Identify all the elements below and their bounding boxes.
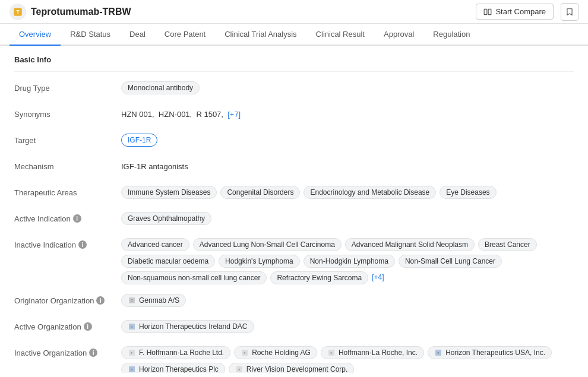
bookmark-icon xyxy=(565,8,574,16)
inactive-org-icon-2: H xyxy=(327,349,336,357)
target-tag[interactable]: IGF-1R xyxy=(121,134,157,147)
inactive-org-icon-4: H xyxy=(128,365,136,373)
inactive-ind-tag-9: Refractory Ewing Sarcoma xyxy=(270,271,368,284)
active-indication-row: Active Indication i Graves Ophthalmopath… xyxy=(14,212,574,229)
originator-org-row: Originator Organization i G Genmab A/S xyxy=(14,294,574,311)
inactive-org-row: Inactive Organization i F F. Hoffmann-La… xyxy=(14,346,574,373)
compare-icon xyxy=(483,8,492,16)
svg-text:R: R xyxy=(238,368,240,371)
inactive-indications-more-link[interactable]: [+4] xyxy=(372,271,384,283)
tab-core-patent[interactable]: Core Patent xyxy=(155,24,215,46)
active-indication-label: Active Indication i xyxy=(14,212,121,223)
inactive-org-tag-1: R Roche Holding AG xyxy=(234,346,317,359)
therapeutic-areas-value: Immune System Diseases Congenital Disord… xyxy=(121,186,574,199)
inactive-ind-tag-8: Non-squamous non-small cell lung cancer xyxy=(121,271,267,284)
inactive-org-tag-5: R River Vision Development Corp. xyxy=(229,363,355,373)
tab-clinical-result[interactable]: Clinical Result xyxy=(306,24,374,46)
inactive-org-icon-5: R xyxy=(235,365,244,373)
inactive-ind-tag-0: Advanced cancer xyxy=(121,238,189,251)
mechanism-text: IGF-1R antagonists xyxy=(121,160,188,171)
synonyms-label: Synonyms xyxy=(14,107,121,119)
inactive-ind-tag-1: Advanced Lung Non-Small Cell Carcinoma xyxy=(193,238,342,251)
tab-approval[interactable]: Approval xyxy=(374,24,423,46)
synonyms-value: HZN 001, HZN-001, R 1507, [+7] xyxy=(121,107,574,119)
active-indication-value: Graves Ophthalmopathy xyxy=(121,212,574,225)
inactive-indication-row: Inactive Indication i Advanced cancer Ad… xyxy=(14,238,574,284)
originator-org-tag: G Genmab A/S xyxy=(121,294,186,307)
tab-regulation[interactable]: Regulation xyxy=(423,24,479,46)
tab-deal[interactable]: Deal xyxy=(120,24,155,46)
target-label: Target xyxy=(14,134,121,145)
originator-org-value: G Genmab A/S xyxy=(121,294,574,307)
svg-text:R: R xyxy=(244,351,246,354)
active-indication-tag: Graves Ophthalmopathy xyxy=(121,212,211,225)
originator-org-icon: G xyxy=(128,296,136,305)
active-org-value: H Horizon Therapeutics Ireland DAC xyxy=(121,320,574,333)
svg-text:H: H xyxy=(330,351,332,354)
target-value: IGF-1R xyxy=(121,134,574,147)
inactive-ind-tag-2: Advanced Malignant Solid Neoplasm xyxy=(345,238,475,251)
inactive-indication-value: Advanced cancer Advanced Lung Non-Small … xyxy=(121,238,574,284)
svg-text:H: H xyxy=(438,351,440,354)
drug-type-row: Drug Type Monoclonal antibody xyxy=(14,81,574,98)
active-org-icon: H xyxy=(128,322,136,331)
synonyms-row: Synonyms HZN 001, HZN-001, R 1507, [+7] xyxy=(14,107,574,124)
active-org-tag: H Horizon Therapeutics Ireland DAC xyxy=(121,320,254,333)
originator-org-info-icon[interactable]: i xyxy=(96,296,105,305)
drug-title: Teprotumumab-TRBW xyxy=(31,7,131,17)
app-header: T Teprotumumab-TRBW Start Compare xyxy=(0,0,588,24)
originator-org-label: Originator Organization i xyxy=(14,294,121,305)
svg-text:G: G xyxy=(131,299,133,302)
synonyms-text: HZN 001, HZN-001, R 1507, [+7] xyxy=(121,107,241,119)
active-org-label: Active Organization i xyxy=(14,320,121,331)
inactive-indication-info-icon[interactable]: i xyxy=(78,240,87,249)
header-left: T Teprotumumab-TRBW xyxy=(10,4,131,20)
inactive-org-label: Inactive Organization i xyxy=(14,346,121,357)
inactive-ind-tag-7: Non-Small Cell Lung Cancer xyxy=(399,255,502,268)
svg-rect-2 xyxy=(485,9,488,14)
drug-type-tag: Monoclonal antibody xyxy=(121,81,200,94)
inactive-org-icon-0: F xyxy=(128,349,136,357)
active-org-info-icon[interactable]: i xyxy=(84,322,92,331)
target-row: Target IGF-1R xyxy=(14,134,574,150)
therapeutic-area-tag-0: Immune System Diseases xyxy=(121,186,217,199)
inactive-org-tag-0: F F. Hoffmann-La Roche Ltd. xyxy=(121,346,230,359)
therapeutic-areas-row: Therapeutic Areas Immune System Diseases… xyxy=(14,186,574,202)
therapeutic-area-tag-3: Eye Diseases xyxy=(440,186,496,199)
inactive-ind-tag-3: Breast Cancer xyxy=(478,238,537,251)
active-org-row: Active Organization i H Horizon Therapeu… xyxy=(14,320,574,337)
svg-text:H: H xyxy=(131,368,133,371)
svg-text:H: H xyxy=(131,325,133,328)
mechanism-value: IGF-1R antagonists xyxy=(121,160,574,171)
inactive-org-info-icon[interactable]: i xyxy=(89,349,97,357)
drug-logo-icon: T xyxy=(10,4,26,20)
inactive-ind-tag-5: Hodgkin's Lymphoma xyxy=(219,255,300,268)
section-divider xyxy=(14,71,574,72)
svg-rect-3 xyxy=(489,9,492,14)
bookmark-button[interactable] xyxy=(561,3,578,21)
inactive-ind-tag-6: Non-Hodgkin Lymphoma xyxy=(304,255,395,268)
svg-text:T: T xyxy=(16,9,19,15)
basic-info-title: Basic Info xyxy=(14,55,574,64)
active-indication-info-icon[interactable]: i xyxy=(73,214,81,223)
inactive-org-tag-3: H Horizon Therapeutics USA, Inc. xyxy=(428,346,552,359)
tab-clinical-trial[interactable]: Clinical Trial Analysis xyxy=(215,24,306,46)
synonyms-more-link[interactable]: [+7] xyxy=(227,110,241,119)
inactive-org-icon-3: H xyxy=(434,349,442,357)
therapeutic-areas-label: Therapeutic Areas xyxy=(14,186,121,197)
header-right: Start Compare xyxy=(476,3,578,21)
inactive-indication-label: Inactive Indication i xyxy=(14,238,121,249)
drug-type-value: Monoclonal antibody xyxy=(121,81,574,94)
drug-type-label: Drug Type xyxy=(14,81,121,93)
therapeutic-area-tag-2: Endocrinology and Metabolic Disease xyxy=(304,186,436,199)
tab-rd-status[interactable]: R&D Status xyxy=(61,24,120,46)
mechanism-row: Mechanism IGF-1R antagonists xyxy=(14,160,574,176)
main-content: Basic Info Drug Type Monoclonal antibody… xyxy=(0,46,588,373)
inactive-ind-tag-4: Diabetic macular oedema xyxy=(121,255,215,268)
inactive-org-value: F F. Hoffmann-La Roche Ltd. R Roche Hold… xyxy=(121,346,574,373)
start-compare-button[interactable]: Start Compare xyxy=(476,4,554,20)
therapeutic-area-tag-1: Congenital Disorders xyxy=(220,186,300,199)
tab-overview[interactable]: Overview xyxy=(10,24,61,46)
mechanism-label: Mechanism xyxy=(14,160,121,171)
inactive-org-tag-4: H Horizon Therapeutics Plc xyxy=(121,363,225,373)
